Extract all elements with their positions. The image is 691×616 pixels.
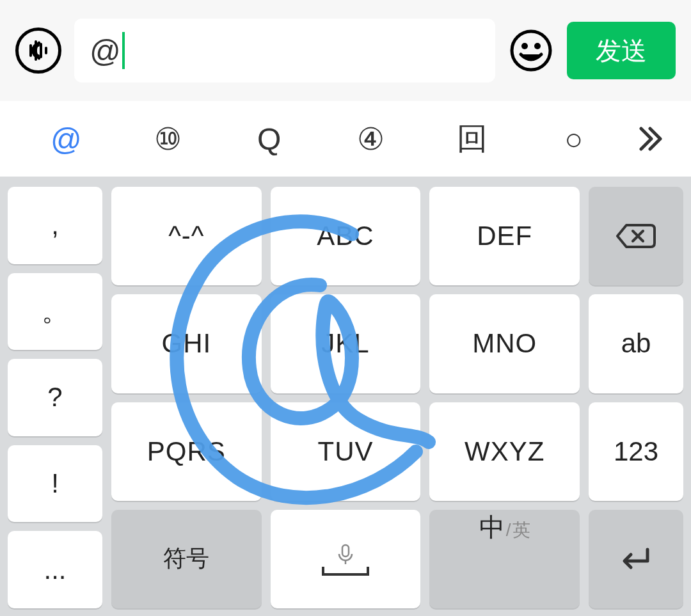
punctuation-column: , 。 ? ! ... [8,187,102,608]
key-ghi[interactable]: GHI [111,294,262,393]
candidate-5[interactable]: ○ [523,101,624,177]
svg-rect-3 [342,545,349,557]
candidate-bar: @ ⑩ Q ④ 回 ○ [0,101,691,177]
candidate-4[interactable]: 回 [422,101,523,177]
lang-sub: 英 [512,518,530,542]
text-cursor [122,32,125,69]
chat-input-bar: @ 发送 [0,0,691,101]
key-ellipsis[interactable]: ... [8,531,102,608]
key-wxyz[interactable]: WXYZ [429,402,580,501]
key-enter[interactable] [589,510,683,608]
key-abc[interactable]: ABC [271,187,421,285]
key-tuv[interactable]: TUV [271,402,421,501]
key-backspace[interactable] [589,187,683,285]
svg-point-1 [521,43,528,49]
backspace-icon [614,220,658,252]
key-mno[interactable]: MNO [429,294,580,393]
candidate-2[interactable]: Q [218,101,320,177]
chevron-double-right-icon [635,123,665,154]
send-label: 发送 [596,33,647,68]
key-def[interactable]: DEF [429,187,580,285]
keyboard-grid: ^-^ ABC DEF GHI JKL MNO PQRS TUV WXYZ 符号 [111,187,580,608]
lang-main: 中 [479,510,505,545]
svg-point-2 [534,43,541,49]
input-value: @ [90,33,121,68]
lang-sep: / [506,520,511,541]
key-jkl[interactable]: JKL [271,294,421,393]
key-symbols[interactable]: 符号 [111,510,262,608]
key-question[interactable]: ? [8,359,102,436]
candidate-3[interactable]: ④ [320,101,422,177]
key-ab[interactable]: ab [589,294,683,393]
emoji-button[interactable] [508,28,554,74]
key-period[interactable]: 。 [8,273,102,351]
key-123[interactable]: 123 [589,402,683,501]
space-mic-icon [307,540,384,578]
send-button[interactable]: 发送 [567,22,676,79]
enter-icon [617,543,655,575]
message-input[interactable]: @ [74,19,495,83]
key-comma[interactable]: , [8,187,102,264]
key-language-switch[interactable]: 中 / 英 [429,510,580,608]
key-exclaim[interactable]: ! [8,445,102,523]
voice-button[interactable] [15,28,61,74]
key-emoticon[interactable]: ^-^ [111,187,262,285]
sound-wave-icon [27,39,50,62]
key-space[interactable] [271,510,421,608]
svg-point-0 [512,31,550,70]
smiley-icon [509,29,553,72]
expand-candidates-button[interactable] [624,101,676,177]
right-column: ab 123 [589,187,683,608]
key-pqrs[interactable]: PQRS [111,402,262,501]
candidate-0[interactable]: @ [15,101,117,177]
keyboard: , 。 ? ! ... ^-^ ABC DEF GHI JKL MNO PQRS… [0,177,691,616]
candidate-1[interactable]: ⑩ [117,101,219,177]
